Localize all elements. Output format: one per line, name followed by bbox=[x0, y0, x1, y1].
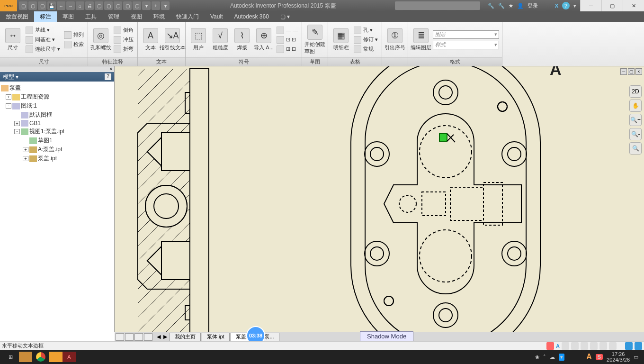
panel-close-bar[interactable]: × bbox=[0, 66, 114, 72]
ribbon-small-3-4-2[interactable]: ⊞ ⊟ bbox=[276, 45, 299, 54]
notification-icon[interactable]: ▭ bbox=[634, 354, 638, 360]
expand-icon[interactable]: + bbox=[14, 121, 20, 126]
qat-button-7[interactable]: 🖨 bbox=[85, 1, 94, 10]
ribbon-btn-3-3[interactable]: ⊕导入 A... bbox=[254, 27, 274, 52]
ribbon-small-1-1-2[interactable]: 折弯 bbox=[113, 45, 134, 54]
inventor-task-icon[interactable] bbox=[49, 352, 63, 362]
ribbon-btn-0-0[interactable]: ↔尺寸 bbox=[3, 27, 23, 52]
menu-tab-7[interactable]: 快速入门 bbox=[170, 11, 205, 22]
tree-node-5[interactable]: 草图1 bbox=[1, 136, 113, 145]
tray-up-icon[interactable]: ˄ bbox=[543, 354, 546, 360]
ribbon-small-0-1-0[interactable]: 基线 ▾ bbox=[25, 26, 61, 35]
qat-button-6[interactable]: ⌂ bbox=[76, 1, 84, 10]
ribbon-btn-2-0[interactable]: A文本 bbox=[141, 27, 161, 52]
menu-tab-0[interactable]: 放置视图 bbox=[0, 11, 34, 22]
tree-node-0[interactable]: +工程图资源 bbox=[1, 92, 113, 101]
nav-btn-3[interactable]: 🔍- bbox=[629, 128, 642, 140]
help-icon[interactable]: ? bbox=[562, 2, 570, 9]
status-icon-7[interactable] bbox=[625, 342, 633, 350]
qat-button-12[interactable]: ▢ bbox=[133, 1, 141, 10]
qat-button-8[interactable]: ▢ bbox=[95, 1, 103, 10]
status-icon-3[interactable] bbox=[581, 342, 588, 350]
ribbon-btn-5-0[interactable]: ▦明细栏 bbox=[331, 27, 351, 52]
tree-node-1[interactable]: -图纸:1 bbox=[1, 101, 113, 110]
ribbon-small-1-1-0[interactable]: 倒角 bbox=[113, 26, 134, 35]
qat-button-4[interactable]: ← bbox=[57, 1, 65, 10]
ribbon-btn-2-1[interactable]: ↘A指引线文本 bbox=[162, 27, 182, 52]
menu-tab-1[interactable]: 标注 bbox=[34, 11, 57, 22]
btab-icon-3[interactable] bbox=[144, 333, 152, 341]
qat-button-15[interactable]: ▾ bbox=[161, 1, 170, 10]
ribbon-small-0-1-1[interactable]: 同基准 ▾ bbox=[25, 36, 61, 44]
ribbon-small-3-4-0[interactable]: — — bbox=[276, 26, 299, 35]
ribbon-small-0-1-2[interactable]: 连续尺寸 ▾ bbox=[25, 45, 61, 54]
ribbon-btn-3-2[interactable]: ⌇焊接 bbox=[232, 27, 252, 52]
tab-nav-1[interactable]: ▶ bbox=[162, 334, 169, 340]
x-icon[interactable]: X bbox=[555, 3, 558, 9]
status-icon-5[interactable] bbox=[599, 342, 607, 350]
nav-btn-4[interactable]: 🔍 bbox=[629, 142, 642, 155]
autocad-icon[interactable]: A bbox=[63, 352, 76, 362]
ribbon-small-5-1-2[interactable]: 常规 bbox=[353, 45, 379, 54]
ribbon-combo-1[interactable]: 样式▾ bbox=[433, 41, 499, 49]
menu-tab-5[interactable]: 视图 bbox=[125, 11, 148, 22]
menu-tab-3[interactable]: 工具 bbox=[80, 11, 102, 22]
status-icon-8[interactable] bbox=[635, 342, 642, 350]
status-icon-4[interactable] bbox=[590, 342, 598, 350]
qat-button-9[interactable]: ▢ bbox=[104, 1, 113, 10]
expand-icon[interactable]: + bbox=[23, 156, 28, 161]
drawing-canvas[interactable]: ─ ▢ × 2D✋🔍+🔍-🔍 A bbox=[115, 66, 644, 332]
nav-btn-2[interactable]: 🔍+ bbox=[629, 114, 642, 126]
tree-node-2[interactable]: 默认图框 bbox=[1, 110, 113, 119]
expand-icon[interactable]: - bbox=[14, 129, 20, 134]
tree-node-7[interactable]: +泵盖.ipt bbox=[1, 154, 113, 163]
doc-tab-0[interactable]: 我的主页 bbox=[170, 333, 201, 341]
panel-help-icon[interactable]: ? bbox=[105, 73, 111, 80]
qat-button-0[interactable]: ▢ bbox=[19, 1, 27, 10]
taskbar-clock[interactable]: 17:26 2024/3/26 bbox=[607, 351, 630, 363]
model-tree[interactable]: 泵盖+工程图资源-图纸:1默认图框+GB1-视图1:泵盖.ipt草图1+A:泵盖… bbox=[0, 82, 114, 332]
tree-node-4[interactable]: -视图1:泵盖.ipt bbox=[1, 127, 113, 136]
tree-node-6[interactable]: +A:泵盖.ipt bbox=[1, 145, 113, 154]
explorer-icon[interactable] bbox=[19, 352, 32, 362]
status-icon-1[interactable] bbox=[562, 342, 569, 350]
qat-button-5[interactable]: → bbox=[66, 1, 75, 10]
ribbon-btn-4-0[interactable]: ✎开始创建 草图 bbox=[305, 24, 325, 56]
ribbon-btn-6-0[interactable]: ①引出序号 bbox=[385, 27, 405, 52]
ribbon-btn-3-0[interactable]: ⬚用户 bbox=[188, 27, 208, 52]
qat-button-10[interactable]: ▢ bbox=[114, 1, 122, 10]
btab-icon-0[interactable] bbox=[116, 333, 124, 341]
tray-icon-2[interactable]: ☁ bbox=[550, 354, 555, 360]
btab-icon-2[interactable] bbox=[134, 333, 143, 341]
chrome-icon[interactable] bbox=[32, 350, 49, 364]
nav-btn-1[interactable]: ✋ bbox=[629, 100, 642, 112]
ribbon-small-5-1-1[interactable]: 修订 ▾ bbox=[353, 36, 379, 44]
minimize-button[interactable]: ─ bbox=[580, 0, 601, 11]
btab-icon-1[interactable] bbox=[125, 333, 134, 341]
search-input[interactable] bbox=[395, 1, 480, 10]
ribbon-combo-0[interactable]: 图层▾ bbox=[433, 30, 499, 39]
status-icon-6[interactable] bbox=[609, 342, 617, 350]
status-icon-s[interactable] bbox=[546, 342, 554, 350]
doc-tab-1[interactable]: 泵体.ipt bbox=[202, 333, 230, 341]
start-button[interactable]: ⊞ bbox=[2, 350, 19, 364]
menu-tab-9[interactable]: Autodesk 360 bbox=[228, 11, 274, 22]
ime-a-icon[interactable]: A bbox=[586, 353, 592, 361]
dropdown-icon[interactable]: ▾ bbox=[573, 3, 576, 9]
menu-tab-4[interactable]: 管理 bbox=[102, 11, 125, 22]
ime-s-icon[interactable]: S bbox=[596, 354, 603, 360]
tree-root[interactable]: 泵盖 bbox=[1, 83, 113, 92]
qat-button-11[interactable]: ▢ bbox=[123, 1, 132, 10]
menu-tab-6[interactable]: 环境 bbox=[148, 11, 170, 22]
ribbon-small-0-2-0[interactable]: 排列 bbox=[63, 31, 85, 39]
tree-node-3[interactable]: +GB1 bbox=[1, 119, 113, 127]
maximize-button[interactable]: ▢ bbox=[601, 0, 623, 11]
qat-button-14[interactable]: + bbox=[152, 1, 160, 10]
expand-icon[interactable]: - bbox=[6, 103, 11, 109]
qat-button-1[interactable]: ▢ bbox=[28, 1, 37, 10]
login-label[interactable]: 登录 bbox=[528, 2, 538, 9]
ribbon-small-5-1-0[interactable]: 孔 ▾ bbox=[353, 26, 379, 35]
qat-button-3[interactable]: 💾 bbox=[47, 1, 56, 10]
ribbon-btn-1-0[interactable]: ◎孔和螺纹 bbox=[91, 27, 111, 52]
user-icon[interactable]: 👤 bbox=[517, 3, 524, 9]
